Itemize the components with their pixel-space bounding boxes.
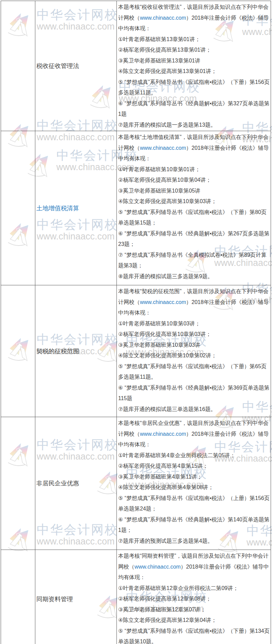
ref-item: ⑥ “梦想成真”系列辅导丛书《经典题解•税法》第140页单选题第1题； [118,514,270,536]
topic-label: 同期资料管理 [36,595,73,603]
ref-item: ②杨军老师强化提高班第10章第04讲； [118,175,270,185]
ref-item: ①叶青老师基础班第12章企业所得税法二第09讲； [118,583,270,594]
empty-index-cell [1,550,35,644]
chinaacc-link[interactable]: www.chinaacc.com [140,145,186,151]
document-page: { "colors": { "border": "#4b4b4b", "body… [0,0,272,644]
ref-item: ⑦题库开通的预测试题三多选题第4题。 [118,536,270,547]
ref-item: ⑥ “梦想成真”系列辅导丛书《经典题解•税法》第267页多选题第23题； [118,228,270,250]
analysis-cell: 本题考核“税收征收管理法”，该题目所涉及知识点在下列中华会计网校（www.chi… [117,1,271,131]
topic-cell: 契税的征税范围 [35,285,117,417]
chinaacc-link[interactable]: www.chinaacc.com [140,15,186,21]
ref-item: ⑤ “梦想成真”系列辅导丛书《应试指南•税法》（下册）第156页多选题第11题。 [118,77,270,98]
empty-index-cell [1,1,35,131]
ref-item: ④陈立文老师强化提高班第13章第01讲； [118,66,270,77]
ref-item: ⑥ “梦想成真”系列辅导丛书《经典题解•税法》第327页单选题第1题 [118,98,270,120]
ref-item: ①叶青老师基础班第4章企业所得税法二第05讲； [118,450,270,461]
analysis-cell: 本题考核“契税的征税范围”，该题目所涉及知识点在下列中华会计网校（www.chi… [117,285,271,417]
ref-item: ①叶青老师基础班第10章第01讲； [118,164,270,175]
chinaacc-link[interactable]: www.chinaacc.com [134,564,181,570]
ref-item: ③奚卫华老师基础班第10章第05讲 [118,185,270,196]
empty-index-cell [1,285,35,417]
chinaacc-link[interactable]: www.chinaacc.com [140,431,186,437]
ref-item: ②杨军老师强化提高班第4章第15讲； [118,461,270,471]
ref-item: ③奚卫华老师基础班第12章第07讲； [118,604,270,615]
table-row: 土地增值税清算 本题考核“土地增值税清算”，该题目所涉及知识点在下列中华会计网校… [1,131,271,285]
ref-item: ④陈立文老师强化提高班第10章第02讲； [118,350,270,361]
ref-item: ①叶青老师基础班第13章第01讲； [118,34,270,45]
topic-cell: 土地增值税清算 [35,131,117,285]
analysis-cell: 本题考核“同期资料管理”，该题目所涉及知识点在下列中华会计网校（www.chin… [117,550,271,644]
analysis-cell: 本题考核“非居民企业优惠”，该题目所涉及知识点在下列中华会计网校（www.chi… [117,417,271,550]
ref-item: ④陈立文老师强化提高班第12章第04讲； [118,615,270,626]
ref-item: ④陈立文老师强化提高班第10章第03讲； [118,196,270,207]
ref-item: ①叶青老师基础班第10章第03讲； [118,318,270,329]
ref-item: ⑧题库开通的模拟试题三多选题第9题。 [118,271,270,282]
exam-analysis-table: 税收征收管理法 本题考核“税收征收管理法”，该题目所涉及知识点在下列中华会计网校… [1,1,271,644]
topic-label: 税收征收管理法 [36,62,79,70]
ref-item: ②杨军老师强化提高班第10章第03讲； [118,329,270,340]
analysis-intro: 本题考核“税收征收管理法”，该题目所涉及知识点在下列中华会计网校（www.chi… [118,2,270,34]
ref-item: ⑦题库开通的模拟试题一多选题第13题。 [118,120,270,130]
ref-item: ⑤ “梦想成真”系列辅导丛书《应试指南•税法》（下册）第65页多选题第11题。 [118,361,270,382]
chinaacc-link[interactable]: www.chinaacc.com [140,299,186,305]
ref-item: ③奚卫华老师基础班第4章第11讲； [118,471,270,482]
analysis-intro: 本题考核“土地增值税清算”，该题目所涉及知识点在下列中华会计网校（www.chi… [118,132,270,164]
ref-item: ⑥ “梦想成真”系列辅导丛书《经典题解•税法》第369页单选题第115题 [118,382,270,404]
ref-item: ⑤ “梦想成真”系列辅导丛书《应试指南•税法》（上册）第156页单选题第24题； [118,493,270,514]
analysis-intro: 本题考核“非居民企业优惠”，该题目所涉及知识点在下列中华会计网校（www.chi… [118,418,270,450]
ref-item: ⑤ “梦想成真”系列辅导丛书《应试指南•税法》（下册）第80页单选题第15题； [118,207,270,228]
ref-item: ②杨军老师强化提高班第13章第01讲； [118,44,270,55]
analysis-cell: 本题考核“土地增值税清算”，该题目所涉及知识点在下列中华会计网校（www.chi… [117,131,271,285]
table-row: 同期资料管理 本题考核“同期资料管理”，该题目所涉及知识点在下列中华会计网校（w… [1,550,271,644]
topic-cell: 非居民企业优惠 [35,417,117,550]
analysis-intro: 本题考核“同期资料管理”，该题目所涉及知识点在下列中华会计网校（www.chin… [118,551,270,583]
analysis-intro: 本题考核“契税的征税范围”，该题目所涉及知识点在下列中华会计网校（www.chi… [118,286,270,318]
ref-item: ⑦题库开通的模拟试题三单选题第16题。 [118,404,270,415]
ref-item: ②杨军老师强化提高班第12章第08讲； [118,593,270,604]
topic-cell: 税收征收管理法 [35,1,117,131]
topic-label: 非居民企业优惠 [36,479,79,487]
topic-cell: 同期资料管理 [35,550,117,644]
table-row: 税收征收管理法 本题考核“税收征收管理法”，该题目所涉及知识点在下列中华会计网校… [1,1,271,131]
table-row: 非居民企业优惠 本题考核“非居民企业优惠”，该题目所涉及知识点在下列中华会计网校… [1,417,271,550]
topic-label: 契税的征税范围 [36,347,79,355]
ref-item: ④陈立文老师强化提高班第4章第08讲； [118,482,270,493]
ref-item: ③奚卫华老师基础班第10章第03讲 [118,340,270,351]
ref-item: ⑦ “梦想成真”系列辅导丛书《全真模拟试卷•税法》第89页计算题第3题； [118,250,270,271]
empty-index-cell [1,417,35,550]
empty-index-cell [1,131,35,285]
ref-item: ③奚卫华老师基础班第13章第01讲 [118,55,270,66]
topic-label-highlighted[interactable]: 土地增值税清算 [36,204,79,212]
table-row: 契税的征税范围 本题考核“契税的征税范围”，该题目所涉及知识点在下列中华会计网校… [1,285,271,417]
ref-item: ⑤ “梦想成真”系列辅导丛书《应试指南•税法》（下册）第134页单选题第10题。 [118,626,270,644]
